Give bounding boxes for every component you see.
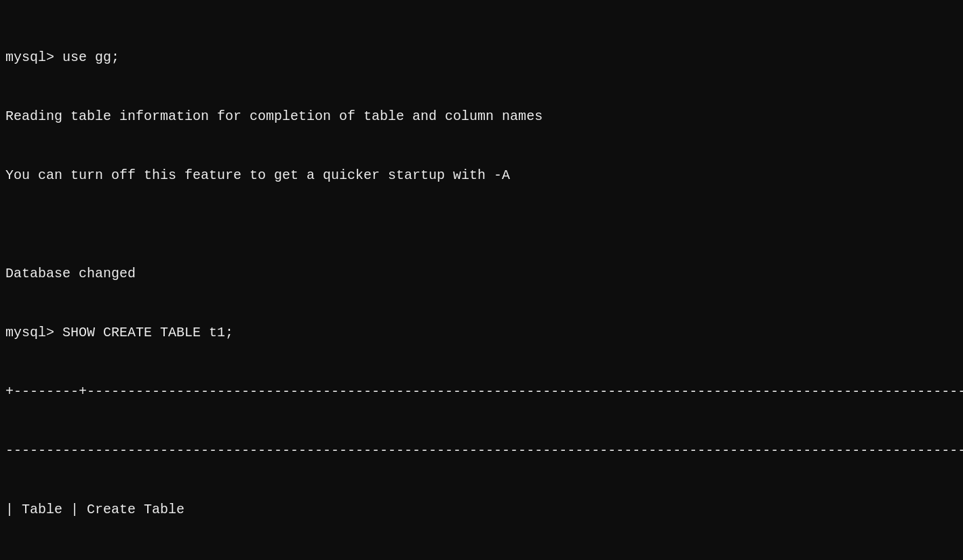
line-8: ----------------------------------------… bbox=[5, 441, 958, 460]
line-3: You can turn off this feature to get a q… bbox=[5, 165, 958, 185]
line-9: | Table | Create Table bbox=[5, 500, 958, 519]
line-6: mysql> SHOW CREATE TABLE t1; bbox=[5, 323, 958, 342]
line-5: Database changed bbox=[5, 264, 958, 283]
line-2: Reading table information for completion… bbox=[5, 106, 958, 126]
line-1: mysql> use gg; bbox=[5, 47, 958, 67]
terminal-output: mysql> use gg; Reading table information… bbox=[5, 8, 958, 560]
line-7: +--------+------------------------------… bbox=[5, 382, 958, 401]
